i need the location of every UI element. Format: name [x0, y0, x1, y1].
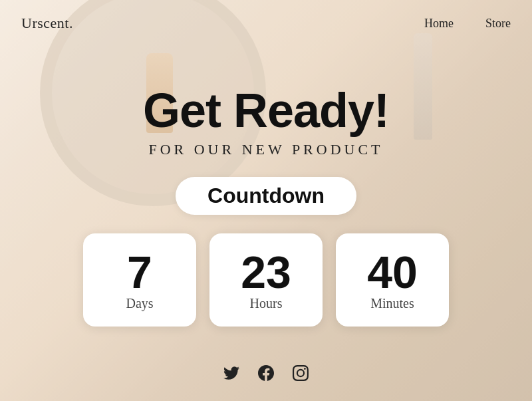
- page-subheadline: For Our New Product: [148, 141, 383, 158]
- facebook-icon[interactable]: [258, 365, 274, 381]
- social-bar: [223, 365, 309, 381]
- countdown-label-box: Countdown: [176, 177, 356, 215]
- countdown-boxes: 7 Days 23 Hours 40 Minutes: [83, 233, 449, 327]
- countdown-days-unit: Days: [126, 296, 153, 311]
- instagram-icon[interactable]: [293, 365, 309, 381]
- countdown-box-days: 7 Days: [83, 233, 196, 327]
- navbar: Urscent. Home Store: [0, 0, 532, 47]
- site-logo: Urscent.: [21, 15, 73, 32]
- main-content: Get Ready! For Our New Product Countdown…: [0, 47, 532, 327]
- nav-home[interactable]: Home: [424, 17, 454, 31]
- countdown-box-hours: 23 Hours: [209, 233, 323, 327]
- countdown-label: Countdown: [207, 184, 325, 207]
- countdown-minutes-unit: Minutes: [370, 296, 414, 311]
- countdown-hours-value: 23: [241, 249, 291, 295]
- countdown-hours-unit: Hours: [250, 296, 283, 311]
- countdown-minutes-value: 40: [367, 249, 418, 295]
- countdown-box-minutes: 40 Minutes: [336, 233, 449, 327]
- page-headline: Get Ready!: [143, 86, 389, 134]
- nav-links: Home Store: [424, 17, 511, 31]
- countdown-days-value: 7: [127, 249, 152, 295]
- nav-store[interactable]: Store: [485, 17, 511, 31]
- twitter-icon[interactable]: [223, 365, 239, 381]
